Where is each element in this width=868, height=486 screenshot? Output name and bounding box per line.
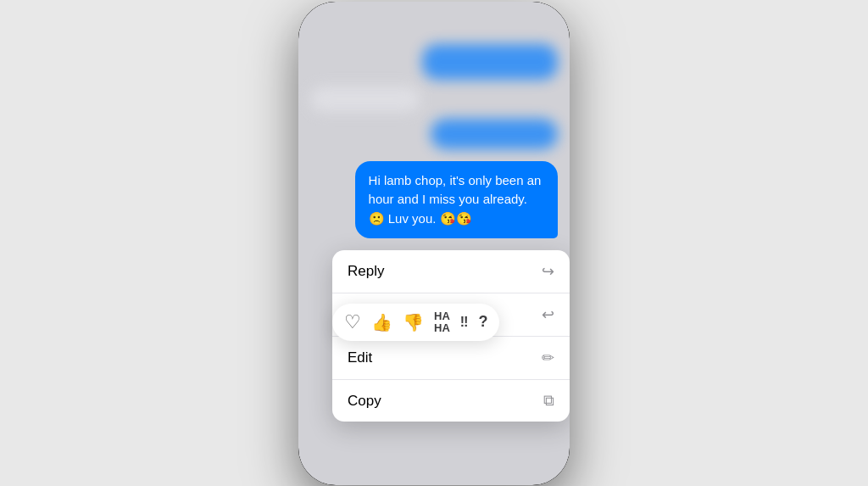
blur-bubble-3	[310, 119, 558, 149]
exclamation-reaction[interactable]: ‼	[460, 315, 469, 330]
edit-label: Edit	[348, 349, 372, 366]
menu-item-reply[interactable]: Reply ↩	[332, 250, 570, 293]
heart-reaction[interactable]: ♡	[344, 311, 361, 333]
messages-container: ♡ 👍 👎 HAHA ‼ ? Hi lamb chop, it's only b…	[298, 2, 570, 485]
thumbsup-reaction[interactable]: 👍	[371, 312, 392, 332]
copy-icon: ⧉	[543, 392, 554, 410]
haha-reaction[interactable]: HAHA	[434, 310, 450, 335]
blur-bubble-1	[310, 44, 558, 80]
reply-icon: ↩	[542, 262, 554, 281]
thumbsdown-reaction[interactable]: 👎	[403, 312, 424, 332]
blurred-bubble-left	[310, 87, 420, 112]
undo-send-icon: ↩	[542, 305, 554, 324]
top-section	[298, 2, 570, 161]
main-message-text: Hi lamb chop, it's only been an hour and…	[369, 173, 542, 226]
reply-label: Reply	[348, 263, 384, 280]
copy-label: Copy	[348, 393, 381, 410]
menu-item-edit[interactable]: Edit ✏	[332, 337, 570, 380]
main-message-bubble: Hi lamb chop, it's only been an hour and…	[355, 161, 558, 239]
menu-item-copy[interactable]: Copy ⧉	[332, 380, 570, 422]
blur-bubble-2	[310, 87, 558, 112]
edit-icon: ✏	[542, 349, 554, 367]
blurred-bubble-right-1	[422, 44, 558, 80]
phone-frame: ♡ 👍 👎 HAHA ‼ ? Hi lamb chop, it's only b…	[298, 2, 570, 485]
main-bubble-wrapper: Hi lamb chop, it's only been an hour and…	[310, 161, 558, 239]
blurred-bubble-right-2	[431, 119, 558, 149]
phone-screen: ♡ 👍 👎 HAHA ‼ ? Hi lamb chop, it's only b…	[298, 2, 570, 485]
question-reaction[interactable]: ?	[478, 313, 487, 331]
reaction-bar: ♡ 👍 👎 HAHA ‼ ?	[332, 304, 499, 342]
reaction-wrapper: ♡ 👍 👎 HAHA ‼ ? Hi lamb chop, it's only b…	[298, 161, 570, 239]
